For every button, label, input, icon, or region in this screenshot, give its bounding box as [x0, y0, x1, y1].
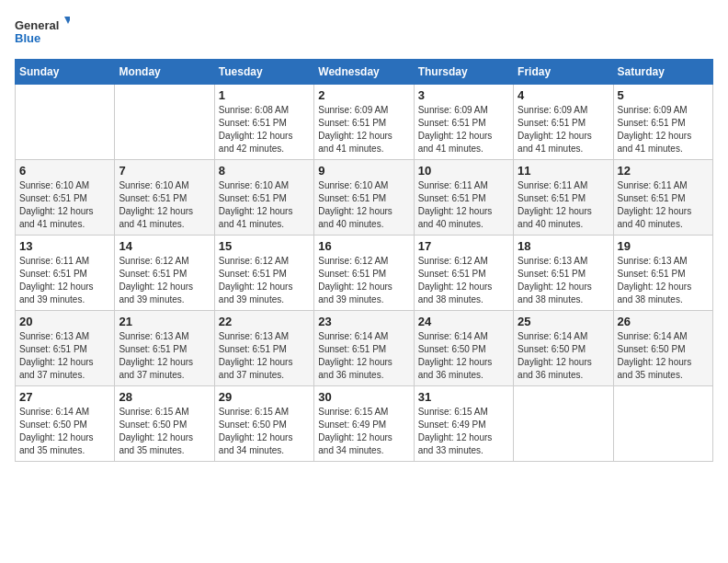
day-number: 19 — [618, 239, 709, 253]
week-row-5: 27Sunrise: 6:14 AM Sunset: 6:50 PM Dayli… — [16, 386, 713, 462]
day-number: 28 — [119, 390, 210, 404]
day-info: Sunrise: 6:14 AM Sunset: 6:50 PM Dayligh… — [418, 330, 509, 382]
day-number: 4 — [518, 88, 609, 102]
day-number: 26 — [618, 315, 709, 328]
svg-text:General: General — [15, 18, 59, 32]
day-number: 17 — [418, 239, 509, 253]
day-number: 30 — [318, 390, 409, 404]
day-cell: 27Sunrise: 6:14 AM Sunset: 6:50 PM Dayli… — [16, 386, 115, 462]
day-cell: 12Sunrise: 6:11 AM Sunset: 6:51 PM Dayli… — [613, 160, 712, 236]
svg-marker-2 — [64, 17, 70, 24]
day-cell: 22Sunrise: 6:13 AM Sunset: 6:51 PM Dayli… — [214, 311, 313, 386]
day-cell: 15Sunrise: 6:12 AM Sunset: 6:51 PM Dayli… — [214, 236, 313, 311]
day-number: 3 — [418, 88, 509, 102]
day-cell: 16Sunrise: 6:12 AM Sunset: 6:51 PM Dayli… — [314, 236, 414, 311]
day-info: Sunrise: 6:11 AM Sunset: 6:51 PM Dayligh… — [518, 179, 609, 231]
day-info: Sunrise: 6:14 AM Sunset: 6:50 PM Dayligh… — [19, 406, 110, 457]
day-info: Sunrise: 6:10 AM Sunset: 6:51 PM Dayligh… — [318, 179, 409, 231]
day-info: Sunrise: 6:09 AM Sunset: 6:51 PM Dayligh… — [518, 104, 609, 155]
day-cell: 8Sunrise: 6:10 AM Sunset: 6:51 PM Daylig… — [214, 160, 313, 236]
day-info: Sunrise: 6:12 AM Sunset: 6:51 PM Dayligh… — [119, 255, 210, 306]
day-info: Sunrise: 6:13 AM Sunset: 6:51 PM Dayligh… — [19, 330, 110, 382]
day-cell: 19Sunrise: 6:13 AM Sunset: 6:51 PM Dayli… — [613, 236, 712, 311]
day-number: 6 — [19, 164, 110, 178]
day-info: Sunrise: 6:13 AM Sunset: 6:51 PM Dayligh… — [119, 330, 210, 382]
calendar-table: SundayMondayTuesdayWednesdayThursdayFrid… — [15, 59, 713, 462]
day-cell: 20Sunrise: 6:13 AM Sunset: 6:51 PM Dayli… — [16, 311, 115, 386]
day-info: Sunrise: 6:14 AM Sunset: 6:51 PM Dayligh… — [318, 330, 409, 382]
day-info: Sunrise: 6:12 AM Sunset: 6:51 PM Dayligh… — [219, 255, 310, 306]
week-row-4: 20Sunrise: 6:13 AM Sunset: 6:51 PM Dayli… — [16, 311, 713, 386]
header-row: SundayMondayTuesdayWednesdayThursdayFrid… — [16, 60, 713, 85]
day-cell: 24Sunrise: 6:14 AM Sunset: 6:50 PM Dayli… — [414, 311, 513, 386]
header-cell-thursday: Thursday — [414, 60, 513, 85]
svg-text:Blue: Blue — [15, 31, 40, 45]
day-number: 7 — [119, 164, 210, 178]
day-info: Sunrise: 6:15 AM Sunset: 6:49 PM Dayligh… — [418, 406, 509, 457]
day-cell: 5Sunrise: 6:09 AM Sunset: 6:51 PM Daylig… — [613, 85, 712, 160]
day-info: Sunrise: 6:14 AM Sunset: 6:50 PM Dayligh… — [618, 330, 709, 382]
day-number: 20 — [19, 315, 110, 328]
day-number: 9 — [318, 164, 409, 178]
calendar-body: 1Sunrise: 6:08 AM Sunset: 6:51 PM Daylig… — [16, 85, 713, 462]
logo-svg: General Blue — [15, 15, 70, 48]
day-cell: 10Sunrise: 6:11 AM Sunset: 6:51 PM Dayli… — [414, 160, 513, 236]
day-cell: 13Sunrise: 6:11 AM Sunset: 6:51 PM Dayli… — [16, 236, 115, 311]
day-info: Sunrise: 6:08 AM Sunset: 6:51 PM Dayligh… — [219, 104, 310, 155]
day-info: Sunrise: 6:11 AM Sunset: 6:51 PM Dayligh… — [618, 179, 709, 231]
day-info: Sunrise: 6:09 AM Sunset: 6:51 PM Dayligh… — [318, 104, 409, 155]
day-info: Sunrise: 6:11 AM Sunset: 6:51 PM Dayligh… — [19, 255, 110, 306]
day-number: 12 — [618, 164, 709, 178]
day-info: Sunrise: 6:15 AM Sunset: 6:49 PM Dayligh… — [318, 406, 409, 457]
day-info: Sunrise: 6:10 AM Sunset: 6:51 PM Dayligh… — [219, 179, 310, 231]
day-cell: 25Sunrise: 6:14 AM Sunset: 6:50 PM Dayli… — [514, 311, 613, 386]
day-cell: 14Sunrise: 6:12 AM Sunset: 6:51 PM Dayli… — [115, 236, 214, 311]
day-cell: 2Sunrise: 6:09 AM Sunset: 6:51 PM Daylig… — [314, 85, 414, 160]
day-info: Sunrise: 6:10 AM Sunset: 6:51 PM Dayligh… — [119, 179, 210, 231]
logo: General Blue — [15, 15, 70, 48]
week-row-3: 13Sunrise: 6:11 AM Sunset: 6:51 PM Dayli… — [16, 236, 713, 311]
calendar-header: SundayMondayTuesdayWednesdayThursdayFrid… — [16, 60, 713, 85]
day-number: 22 — [219, 315, 310, 328]
day-cell — [115, 85, 214, 160]
header-cell-wednesday: Wednesday — [314, 60, 414, 85]
day-cell: 4Sunrise: 6:09 AM Sunset: 6:51 PM Daylig… — [514, 85, 613, 160]
day-number: 14 — [119, 239, 210, 253]
day-cell: 30Sunrise: 6:15 AM Sunset: 6:49 PM Dayli… — [314, 386, 414, 462]
day-info: Sunrise: 6:14 AM Sunset: 6:50 PM Dayligh… — [518, 330, 609, 382]
day-number: 27 — [19, 390, 110, 404]
day-number: 23 — [318, 315, 409, 328]
day-info: Sunrise: 6:12 AM Sunset: 6:51 PM Dayligh… — [418, 255, 509, 306]
day-number: 13 — [19, 239, 110, 253]
day-cell: 9Sunrise: 6:10 AM Sunset: 6:51 PM Daylig… — [314, 160, 414, 236]
day-number: 18 — [518, 239, 609, 253]
day-number: 25 — [518, 315, 609, 328]
day-info: Sunrise: 6:10 AM Sunset: 6:51 PM Dayligh… — [19, 179, 110, 231]
header-cell-tuesday: Tuesday — [214, 60, 313, 85]
day-number: 21 — [119, 315, 210, 328]
header-cell-friday: Friday — [514, 60, 613, 85]
day-info: Sunrise: 6:09 AM Sunset: 6:51 PM Dayligh… — [418, 104, 509, 155]
week-row-1: 1Sunrise: 6:08 AM Sunset: 6:51 PM Daylig… — [16, 85, 713, 160]
day-number: 10 — [418, 164, 509, 178]
day-number: 11 — [518, 164, 609, 178]
day-cell: 3Sunrise: 6:09 AM Sunset: 6:51 PM Daylig… — [414, 85, 513, 160]
day-number: 2 — [318, 88, 409, 102]
day-cell: 31Sunrise: 6:15 AM Sunset: 6:49 PM Dayli… — [414, 386, 513, 462]
day-info: Sunrise: 6:15 AM Sunset: 6:50 PM Dayligh… — [119, 406, 210, 457]
header-cell-monday: Monday — [115, 60, 214, 85]
day-cell — [514, 386, 613, 462]
day-cell: 1Sunrise: 6:08 AM Sunset: 6:51 PM Daylig… — [214, 85, 313, 160]
day-info: Sunrise: 6:13 AM Sunset: 6:51 PM Dayligh… — [518, 255, 609, 306]
day-cell: 11Sunrise: 6:11 AM Sunset: 6:51 PM Dayli… — [514, 160, 613, 236]
day-cell: 21Sunrise: 6:13 AM Sunset: 6:51 PM Dayli… — [115, 311, 214, 386]
day-cell: 29Sunrise: 6:15 AM Sunset: 6:50 PM Dayli… — [214, 386, 313, 462]
day-info: Sunrise: 6:13 AM Sunset: 6:51 PM Dayligh… — [618, 255, 709, 306]
day-number: 1 — [219, 88, 310, 102]
day-cell: 6Sunrise: 6:10 AM Sunset: 6:51 PM Daylig… — [16, 160, 115, 236]
header-cell-sunday: Sunday — [16, 60, 115, 85]
day-info: Sunrise: 6:09 AM Sunset: 6:51 PM Dayligh… — [618, 104, 709, 155]
day-cell: 18Sunrise: 6:13 AM Sunset: 6:51 PM Dayli… — [514, 236, 613, 311]
day-cell — [613, 386, 712, 462]
day-number: 16 — [318, 239, 409, 253]
